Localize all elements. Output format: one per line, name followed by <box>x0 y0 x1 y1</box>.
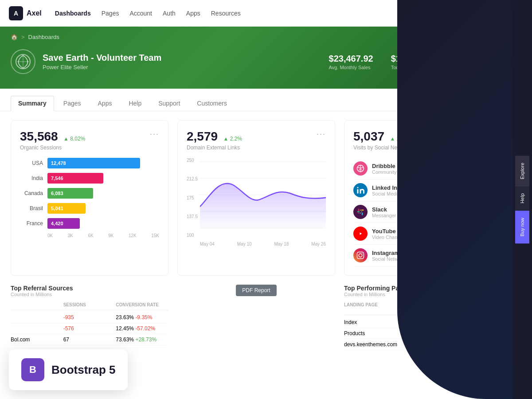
pdf-report-button[interactable]: PDF Report <box>236 285 276 296</box>
bar-india: 7,546 <box>47 173 103 184</box>
bar-label-usa: USA <box>20 160 43 166</box>
svg-point-25 <box>359 254 362 257</box>
nav-resources[interactable]: Resources <box>211 10 241 17</box>
nav-apps[interactable]: Apps <box>186 10 200 17</box>
bootstrap-badge: B Bootstrap 5 <box>9 349 128 390</box>
bar-label-brasil: Brasil <box>20 205 43 211</box>
bar-wrap-france: 4,420 <box>47 218 159 229</box>
domain-links-card: 2,579 ▲ 2.2% Domain External Links ··· 2… <box>177 120 335 276</box>
referral-sources-card: Top Referral Sources Counted in Millions… <box>11 285 168 350</box>
axis-9k: 9K <box>108 233 113 238</box>
slack-icon <box>353 205 368 219</box>
bar-label-india: India <box>20 175 43 181</box>
bar-brasil: 5,041 <box>47 203 86 214</box>
dark-overlay <box>397 0 512 399</box>
row-name: Bol.com <box>11 336 63 343</box>
nav-dashboards[interactable]: Dashboards <box>55 10 91 17</box>
axis-15k: 15K <box>151 233 159 238</box>
bar-axis: 0K 3K 6K 9K 12K 15K <box>20 233 159 238</box>
page-name: Products <box>344 330 407 336</box>
row-conv: 12.45% -57.02% <box>116 325 168 332</box>
card-header: 2,579 ▲ 2.2% Domain External Links ··· <box>187 129 326 151</box>
team-logo <box>11 49 35 74</box>
more-options-button-2[interactable]: ··· <box>317 129 326 139</box>
page-name: devs.keenthemes.com <box>344 341 407 348</box>
bar-row-france: France 4,420 <box>20 218 159 229</box>
bar-label-canada: Canada <box>20 190 43 196</box>
bar-row-brasil: Brasil 5,041 <box>20 203 159 214</box>
svg-rect-20 <box>361 210 364 211</box>
nav-auth[interactable]: Auth <box>163 10 176 17</box>
col-sessions: SESSIONS <box>63 302 116 307</box>
logo-icon: A <box>9 6 23 20</box>
referral-title: Top Referral Sources <box>11 285 168 292</box>
dribbble-icon <box>353 161 368 176</box>
axis-3k: 3K <box>68 233 73 238</box>
tab-summary[interactable]: Summary <box>11 96 54 111</box>
line-chart: 250212.5175137.5100 <box>187 158 326 246</box>
nav-links: Dashboards Pages Account Auth Apps Resou… <box>55 10 241 17</box>
right-panel: Explore Help Buy now <box>512 0 532 399</box>
tab-help[interactable]: Help <box>121 96 149 111</box>
tab-pages[interactable]: Pages <box>56 96 89 111</box>
card-header: 35,568 ▲ 8.02% Organic Sessions ··· <box>20 129 159 151</box>
metric-area: 2,579 ▲ 2.2% Domain External Links <box>187 129 242 151</box>
svg-rect-15 <box>358 213 359 214</box>
organic-sessions-label: Organic Sessions <box>20 145 85 151</box>
tab-customers[interactable]: Customers <box>189 96 235 111</box>
domain-links-label: Domain External Links <box>187 145 242 151</box>
organic-sessions-card: 35,568 ▲ 8.02% Organic Sessions ··· USA … <box>11 120 168 276</box>
y-axis: 250212.5175137.5100 <box>187 158 198 238</box>
linkedin-icon <box>353 183 368 197</box>
referral-row-1: -935 23.63% -9.35% <box>11 312 168 323</box>
bar-label-france: France <box>20 220 43 227</box>
team-info: Save Earth - Volunteer Team Power Elite … <box>43 53 322 70</box>
row-sessions: -576 <box>63 325 116 332</box>
row-sessions: 67 <box>63 336 116 343</box>
help-panel-button[interactable]: Help <box>515 186 529 211</box>
instagram-icon <box>353 248 368 262</box>
more-options-button[interactable]: ··· <box>150 129 159 139</box>
svg-rect-19 <box>361 211 362 212</box>
metric-area: 35,568 ▲ 8.02% Organic Sessions <box>20 129 85 151</box>
svg-rect-17 <box>360 213 361 214</box>
stat-label: Avg. Monthly Sales <box>329 65 373 70</box>
organic-sessions-value: 35,568 <box>20 129 58 143</box>
nav-pages[interactable]: Pages <box>102 10 119 17</box>
bar-chart: USA 12,478 India 7,546 Canada 6,083 <box>20 158 159 238</box>
bar-row-usa: USA 12,478 <box>20 158 159 168</box>
bar-canada: 6,083 <box>47 188 93 199</box>
tab-support[interactable]: Support <box>151 96 188 111</box>
referral-row-3: Bol.com 67 73.63% +28.73% <box>11 334 168 345</box>
col-source <box>11 302 63 307</box>
bar-usa: 12,478 <box>47 158 140 168</box>
domain-links-value: 2,579 <box>187 129 218 143</box>
row-conv: 23.63% -9.35% <box>116 314 168 321</box>
bootstrap-letter: B <box>29 364 36 376</box>
explore-button[interactable]: Explore <box>515 156 529 186</box>
home-icon[interactable]: 🏠 <box>11 34 18 40</box>
bar-wrap-canada: 6,083 <box>47 188 159 199</box>
bootstrap-text: Bootstrap 5 <box>51 363 115 377</box>
svg-rect-21 <box>360 210 361 211</box>
axis-12k: 12K <box>129 233 137 238</box>
tab-apps[interactable]: Apps <box>90 96 120 111</box>
row-sessions: -935 <box>63 314 116 321</box>
row-conv: 73.63% +28.73% <box>116 336 168 343</box>
bar-france: 4,420 <box>47 218 80 229</box>
bar-wrap-india: 7,546 <box>47 173 159 184</box>
col-conv: CONVERSION RATE <box>116 302 168 307</box>
youtube-icon <box>353 227 368 241</box>
pdf-section: PDF Report <box>177 285 335 350</box>
nav-account[interactable]: Account <box>129 10 152 17</box>
breadcrumb-separator: > <box>21 34 25 40</box>
logo-text: Axel <box>27 9 42 17</box>
organic-sessions-badge: ▲ 8.02% <box>63 136 85 142</box>
svg-rect-14 <box>358 209 359 211</box>
bar-row-india: India 7,546 <box>20 173 159 184</box>
breadcrumb-current: Dashboards <box>28 34 59 40</box>
buynow-button[interactable]: Buy now <box>515 211 529 243</box>
logo-area[interactable]: A Axel <box>9 6 42 20</box>
referral-header: SESSIONS CONVERSION RATE <box>11 302 168 310</box>
bar-wrap-brasil: 5,041 <box>47 203 159 214</box>
